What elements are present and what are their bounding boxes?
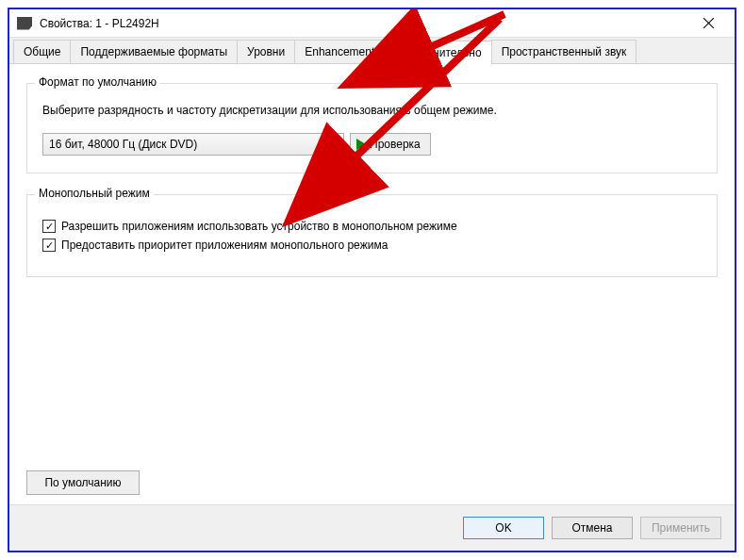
restore-defaults-button[interactable]: По умолчанию	[26, 470, 140, 495]
tab-supported-formats[interactable]: Поддерживаемые форматы	[70, 40, 238, 63]
test-button[interactable]: Проверка	[350, 133, 431, 156]
restore-defaults-label: По умолчанию	[44, 476, 121, 489]
tab-enhancements[interactable]: Enhancements	[294, 40, 390, 63]
format-row: 16 бит, 48000 Гц (Диск DVD) Проверка	[42, 133, 702, 156]
tab-advanced[interactable]: Дополнительно	[389, 41, 491, 64]
ok-button-label: OK	[495, 521, 511, 535]
format-selected-value: 16 бит, 48000 Гц (Диск DVD)	[49, 138, 197, 151]
exclusive-priority-row: Предоставить приоритет приложениям моноп…	[42, 239, 702, 252]
play-icon	[356, 139, 366, 150]
tab-levels[interactable]: Уровни	[237, 40, 295, 63]
exclusive-priority-checkbox[interactable]	[42, 239, 56, 252]
tab-content: Формат по умолчанию Выберите разрядность…	[9, 64, 735, 504]
default-format-help: Выберите разрядность и частоту дискретиз…	[42, 103, 702, 118]
ok-button[interactable]: OK	[463, 517, 544, 539]
cancel-button[interactable]: Отмена	[552, 517, 633, 539]
window-title: Свойства: 1 - PL2492H	[40, 17, 689, 30]
close-button[interactable]	[689, 10, 727, 37]
dialog-footer: OK Отмена Применить	[9, 504, 735, 551]
properties-dialog: Свойства: 1 - PL2492H Общие Поддерживаем…	[8, 8, 736, 552]
apply-button[interactable]: Применить	[640, 517, 721, 539]
titlebar: Свойства: 1 - PL2492H	[9, 9, 735, 38]
exclusive-allow-checkbox[interactable]	[42, 220, 56, 233]
window-icon	[17, 17, 32, 30]
content-spacer	[26, 277, 718, 463]
format-dropdown[interactable]: 16 бит, 48000 Гц (Диск DVD)	[42, 133, 344, 156]
exclusive-allow-row: Разрешить приложениям использовать устро…	[42, 220, 702, 233]
default-format-group: Формат по умолчанию Выберите разрядность…	[26, 83, 718, 173]
apply-button-label: Применить	[652, 521, 710, 535]
exclusive-priority-label: Предоставить приоритет приложениям моноп…	[61, 239, 388, 252]
cancel-button-label: Отмена	[571, 521, 612, 535]
exclusive-mode-legend: Монопольный режим	[35, 187, 154, 200]
tab-strip: Общие Поддерживаемые форматы Уровни Enha…	[9, 38, 735, 64]
default-format-legend: Формат по умолчанию	[35, 75, 160, 89]
tab-general[interactable]: Общие	[13, 40, 71, 63]
exclusive-allow-label: Разрешить приложениям использовать устро…	[61, 220, 457, 233]
tab-spatial-sound[interactable]: Пространственный звук	[491, 40, 637, 63]
test-button-label: Проверка	[370, 138, 421, 151]
close-icon	[703, 18, 714, 28]
chevron-down-icon	[330, 142, 338, 147]
exclusive-mode-group: Монопольный режим Разрешить приложениям …	[26, 194, 718, 277]
